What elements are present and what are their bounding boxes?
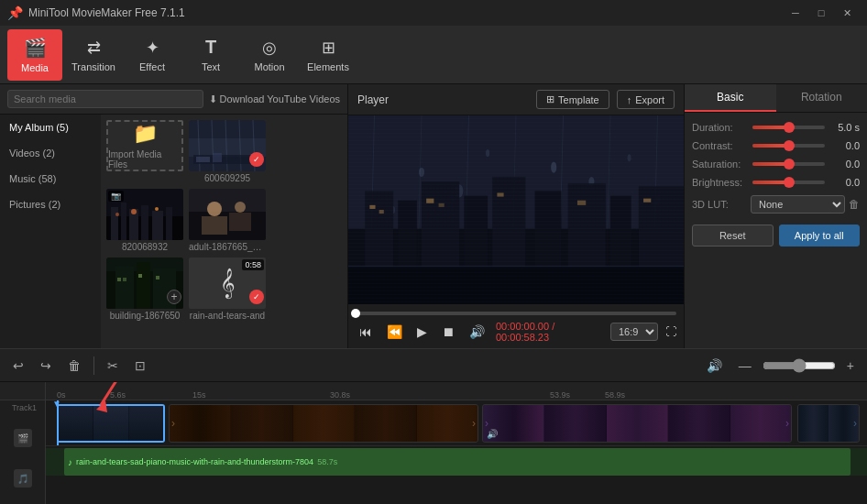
time-current: 00:00:00.00: [496, 321, 549, 332]
ruler-mark-5: 58.9s: [605, 390, 625, 400]
lut-select[interactable]: None: [751, 195, 845, 214]
clip-3-arrow-right: ›: [785, 417, 789, 430]
svg-rect-36: [348, 115, 684, 304]
audio-button[interactable]: 🔊: [701, 356, 728, 376]
toolbar-media[interactable]: 🎬 Media: [7, 29, 62, 81]
svg-point-23: [207, 202, 222, 216]
timeline-toolbar: ↩ ↪ 🗑 ✂ ⊡ 🔊 — +: [0, 349, 867, 382]
maximize-button[interactable]: □: [808, 0, 834, 26]
saturation-slider[interactable]: [752, 162, 825, 166]
media-label-3: adult-1867665_640: [189, 242, 266, 252]
stop-button[interactable]: ⏹: [438, 323, 458, 341]
playhead[interactable]: [57, 400, 59, 445]
svg-rect-29: [115, 267, 134, 309]
video-clip-1[interactable]: [57, 404, 165, 443]
zoom-slider[interactable]: [763, 358, 836, 373]
contrast-slider[interactable]: [752, 144, 825, 148]
svg-rect-33: [123, 278, 126, 281]
toolbar-separator-1: [93, 356, 94, 375]
music-track-icon: 🎵: [17, 474, 28, 484]
lut-delete-button[interactable]: 🗑: [849, 198, 860, 211]
import-media-item[interactable]: 📁 Import Media Files: [106, 120, 183, 183]
ruler-mark-1: 5.6s: [110, 390, 126, 400]
toolbar-effect[interactable]: ✦ Effect: [125, 29, 180, 81]
video-clip-3[interactable]: 🔊 › ›: [482, 404, 792, 443]
time-total: 00:00:58.23: [496, 332, 549, 343]
lut-label: 3D LUT:: [692, 199, 747, 210]
aspect-ratio-select[interactable]: 16:9: [610, 323, 658, 341]
template-icon: ⊞: [546, 93, 554, 105]
audio-clip[interactable]: ♪ rain-and-tears-sad-piano-music-with-ra…: [64, 448, 851, 476]
cut-button[interactable]: ✂: [102, 356, 124, 376]
sidebar-item-pictures[interactable]: Pictures (2): [0, 192, 101, 217]
toolbar-right: 🔊 — +: [701, 356, 860, 376]
toolbar-transition[interactable]: ⇄ Transition: [66, 29, 121, 81]
player-header: Player ⊞ Template ↑ Export: [348, 84, 684, 115]
tab-basic[interactable]: Basic: [685, 84, 776, 112]
crop-button[interactable]: ⊡: [129, 356, 151, 376]
svg-rect-35: [156, 276, 159, 279]
toolbar-text[interactable]: T Text: [183, 29, 238, 81]
toolbar-media-label: Media: [21, 62, 49, 73]
svg-rect-65: [426, 199, 434, 203]
media-item-3[interactable]: adult-1867665_640: [189, 189, 266, 252]
duration-slider[interactable]: [752, 126, 825, 129]
video-clip-4[interactable]: ›: [797, 404, 860, 443]
svg-rect-8: [196, 157, 210, 162]
fullscreen-button[interactable]: ⛶: [665, 325, 676, 338]
sidebar-item-album[interactable]: My Album (5): [0, 115, 101, 140]
undo-button[interactable]: ↩: [7, 356, 29, 376]
saturation-slider-thumb: [784, 159, 795, 170]
video-icon: 🎬: [17, 433, 28, 444]
sidebar-item-music[interactable]: Music (58): [0, 166, 101, 192]
video-track-label: 🎬: [0, 415, 45, 461]
media-label-music: rain-and-tears-and: [189, 311, 266, 321]
minimize-button[interactable]: ─: [783, 0, 808, 26]
timeline-ruler: 0s 5.6s 15s 30.8s 53.9s 58.9s: [46, 382, 867, 400]
frame-c3: [293, 405, 355, 442]
audio-track-icon: 🎵: [14, 469, 32, 488]
apply-all-button[interactable]: Apply to all: [779, 225, 861, 247]
zoom-out-button[interactable]: —: [733, 356, 757, 376]
step-back-button[interactable]: ⏪: [383, 323, 406, 341]
template-button[interactable]: ⊞ Template: [536, 90, 609, 109]
frame-c5: [417, 405, 477, 442]
svg-line-51: [606, 115, 610, 304]
toolbar-motion[interactable]: ◎ Motion: [242, 29, 297, 81]
media-label-4: building-1867650: [106, 311, 183, 321]
tab-rotation[interactable]: Rotation: [776, 84, 868, 112]
svg-rect-17: [166, 207, 172, 240]
download-icon: ⬇: [209, 93, 217, 105]
download-youtube-button[interactable]: ⬇ Download YouTube Videos: [209, 93, 341, 105]
toolbar-elements[interactable]: ⊞ Elements: [301, 29, 356, 81]
media-item-4[interactable]: + building-1867650: [106, 257, 183, 321]
search-input[interactable]: [7, 90, 203, 108]
media-item-1[interactable]: ✓ 600609295: [189, 120, 266, 183]
redo-button[interactable]: ↪: [35, 356, 57, 376]
reset-button[interactable]: Reset: [692, 225, 774, 247]
svg-point-20: [115, 213, 119, 216]
rewind-button[interactable]: ⏮: [356, 323, 376, 341]
volume-button[interactable]: 🔊: [466, 323, 488, 341]
brightness-slider[interactable]: [752, 181, 825, 184]
export-button[interactable]: ↑ Export: [617, 90, 675, 109]
sidebar: My Album (5) Videos (2) Music (58) Pictu…: [0, 115, 101, 348]
sidebar-item-videos[interactable]: Videos (2): [0, 140, 101, 166]
progress-knob[interactable]: [351, 309, 360, 318]
media-item-2[interactable]: 📷 820068932: [106, 189, 183, 252]
volume-icon-clip3: 🔊: [487, 429, 498, 439]
zoom-in-button[interactable]: +: [841, 356, 860, 376]
media-label-1: 600609295: [189, 173, 266, 183]
delete-button[interactable]: 🗑: [62, 356, 86, 376]
video-clip-2[interactable]: › ›: [169, 404, 478, 443]
close-button[interactable]: ✕: [834, 0, 860, 26]
play-button[interactable]: ▶: [413, 323, 431, 341]
progress-bar[interactable]: [356, 312, 676, 315]
svg-rect-58: [492, 177, 525, 304]
import-label: Import Media Files: [108, 149, 181, 170]
duration-row: Duration: 5.0 s: [692, 122, 860, 133]
add-badge-4[interactable]: +: [167, 290, 181, 304]
brightness-slider-thumb: [784, 177, 795, 188]
svg-rect-69: [643, 199, 651, 203]
media-item-music[interactable]: 𝄞 0:58 ✓ rain-and-tears-and: [189, 257, 266, 321]
